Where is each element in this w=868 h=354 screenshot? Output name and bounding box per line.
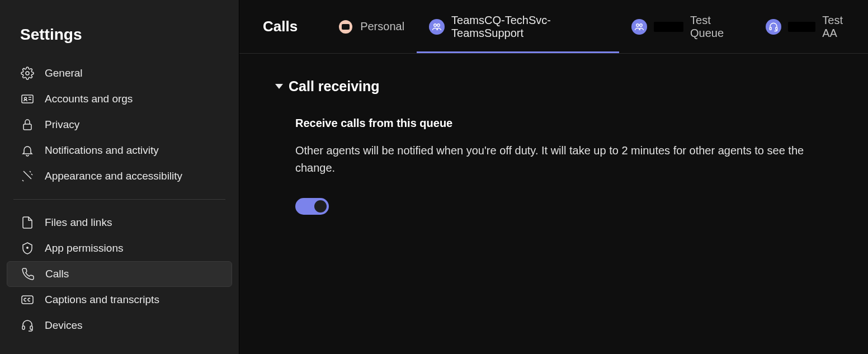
nav-item-privacy[interactable]: Privacy [7,112,232,138]
settings-sidebar: Settings General Accounts and orgs Priva… [0,0,239,354]
tab-label: TeamsCQ-TechSvc-TeamsSupport [451,14,607,40]
tab-test-aa[interactable]: Test AA [753,0,868,53]
people-icon [631,19,647,35]
nav-item-label: Captions and transcripts [45,294,159,306]
redacted-text [788,22,815,32]
setting-description: Other agents will be notified when you'r… [295,142,832,177]
svg-rect-8 [22,326,25,329]
svg-point-11 [437,23,440,26]
nav-item-label: Privacy [45,119,79,131]
people-icon [429,19,445,35]
chevron-down-icon [275,84,283,89]
tab-teams-support-queue[interactable]: TeamsCQ-TechSvc-TeamsSupport [417,0,619,53]
nav-item-label: App permissions [45,242,123,254]
headset-icon [20,318,35,333]
svg-rect-15 [776,27,777,30]
svg-rect-14 [770,27,771,30]
redacted-text [654,22,683,32]
nav-item-captions[interactable]: Captions and transcripts [7,287,232,313]
nav-item-label: Files and links [45,216,112,229]
nav-item-calls[interactable]: Calls [7,261,232,287]
tab-label: Personal [360,20,404,33]
nav-item-notifications[interactable]: Notifications and activity [7,138,232,163]
file-icon [20,215,35,230]
nav-divider [13,199,225,200]
setting-receive-calls: Receive calls from this queue Other agen… [275,117,832,215]
nav-item-files[interactable]: Files and links [7,210,232,235]
calls-topbar: Calls Personal TeamsCQ-TechSvc-TeamsSupp… [239,0,868,54]
nav-item-app-permissions[interactable]: App permissions [7,235,232,261]
svg-point-12 [636,23,639,26]
svg-rect-9 [30,326,32,329]
cc-icon [20,292,35,307]
nav-item-label: Notifications and activity [45,144,159,157]
nav-item-devices[interactable]: Devices [7,313,232,338]
svg-rect-7 [22,296,33,304]
nav-item-label: Appearance and accessibility [45,170,182,182]
nav-item-accounts[interactable]: Accounts and orgs [7,86,232,112]
tab-label: Test AA [822,14,856,40]
nav-item-label: General [45,67,83,79]
id-card-icon [20,92,35,106]
nav-group-2: Files and links App permissions Calls Ca… [0,210,239,338]
shield-icon [20,241,35,256]
svg-rect-1 [22,95,33,103]
sparkle-icon [20,169,35,183]
calls-content: Call receiving Receive calls from this q… [239,54,868,354]
toggle-knob [314,200,327,213]
gear-icon [20,66,35,81]
personal-avatar-icon [338,19,353,35]
svg-rect-5 [23,124,31,130]
svg-point-10 [434,23,437,26]
nav-item-appearance[interactable]: Appearance and accessibility [7,163,232,189]
nav-item-label: Devices [45,319,83,332]
tab-label: Test Queue [690,14,741,40]
settings-title: Settings [0,16,239,60]
main-pane: Calls Personal TeamsCQ-TechSvc-TeamsSupp… [239,0,868,354]
svg-point-6 [27,247,28,248]
nav-item-label: Accounts and orgs [45,93,133,105]
receive-calls-toggle[interactable] [295,198,329,215]
svg-point-13 [639,23,642,26]
svg-point-0 [26,72,29,75]
tab-personal[interactable]: Personal [326,0,417,53]
nav-item-label: Calls [45,268,69,280]
tab-test-queue[interactable]: Test Queue [619,0,753,53]
section-title: Call receiving [289,78,380,95]
svg-point-2 [25,97,27,100]
setting-title: Receive calls from this queue [295,117,832,130]
lock-icon [20,117,35,132]
phone-icon [21,267,35,281]
headset-icon [766,19,781,35]
nav-item-general[interactable]: General [7,60,232,86]
bell-icon [20,143,35,158]
page-title: Calls [263,18,298,35]
section-call-receiving-header[interactable]: Call receiving [275,78,832,95]
nav-group-1: General Accounts and orgs Privacy Notifi… [0,60,239,189]
